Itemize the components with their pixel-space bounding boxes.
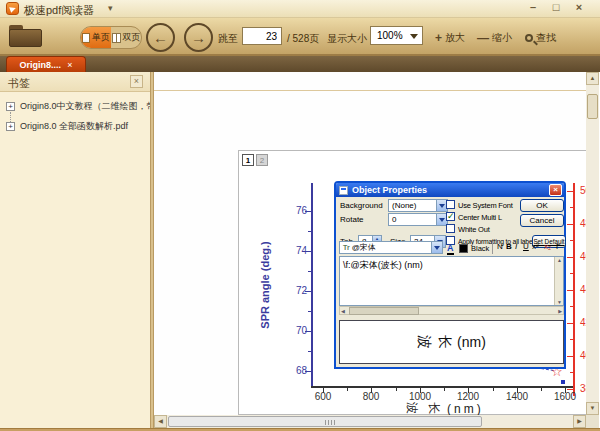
textarea-hscrollbar[interactable]: ◀ ▶: [339, 306, 564, 315]
cancel-button[interactable]: Cancel: [520, 214, 564, 227]
double-page-button[interactable]: 双页: [111, 27, 141, 48]
search-icon: [525, 34, 533, 42]
dialog-close-button[interactable]: ×: [549, 184, 562, 196]
y-axis-title: SPR angle (deg.): [259, 241, 271, 328]
origin-graph-window: 1 2: [238, 150, 588, 415]
hscroll-thumb[interactable]: [168, 416, 482, 427]
hscroll-thumb[interactable]: [349, 307, 419, 315]
tab-label: Origin8....: [20, 60, 62, 70]
bookmarks-title: 书签: [8, 76, 30, 91]
bookmark-tree: + Origin8.0中文教程（二维绘图，带 + Origin8.0 全部函数解…: [0, 96, 150, 136]
tab-origin8[interactable]: Origin8.... ×: [6, 56, 86, 72]
x-axis: [311, 386, 575, 388]
zoom-in-button[interactable]: + 放大: [435, 31, 465, 45]
toolbar: 单页 双页 ← → 跳至 / 528页 显示大小 100% + 放大 — 缩小: [0, 18, 600, 56]
page-edge-line: [154, 90, 586, 91]
single-page-icon: [82, 33, 90, 43]
horizontal-scrollbar[interactable]: ◀ ▶: [154, 415, 586, 428]
use-system-font-row: Use System Font: [446, 200, 513, 210]
scroll-left-icon[interactable]: ◀: [341, 307, 345, 315]
subscript-button[interactable]: x₂: [544, 242, 551, 251]
display-size-label: 显示大小: [327, 32, 367, 46]
app-logo-icon: [6, 2, 19, 15]
forward-button[interactable]: →: [184, 23, 213, 52]
background-label: Background: [340, 201, 383, 210]
dialog-titlebar[interactable]: Object Properties: [336, 183, 564, 197]
pdf-reader-window: 极速pdf阅读器 ▾ – □ × 单页 双页 ← → 跳至: [0, 0, 600, 431]
scroll-up-button[interactable]: ▲: [586, 72, 599, 85]
greek-button[interactable]: Γ: [556, 242, 560, 251]
sidebar-close-button[interactable]: ×: [130, 75, 143, 88]
center-multi-l-row: Center Multi L: [446, 212, 502, 222]
expand-icon[interactable]: +: [6, 122, 15, 131]
label-text-area[interactable]: \f:@宋体(波长) (nm) ▲ ▼: [339, 256, 564, 306]
back-button[interactable]: ←: [146, 23, 175, 52]
label-preview: 波 长 (nm): [339, 320, 564, 364]
document-viewer: 1 2: [154, 72, 586, 415]
app-title: 极速pdf阅读器: [24, 3, 94, 18]
bold-button[interactable]: B: [506, 242, 512, 251]
bookmark-item[interactable]: + Origin8.0 全部函数解析.pdf: [0, 116, 150, 136]
color-swatch[interactable]: [459, 244, 468, 253]
italic-button[interactable]: I: [515, 242, 517, 251]
jump-to-label: 跳至: [218, 32, 238, 46]
vertical-scrollbar[interactable]: ▲ ▼: [586, 72, 599, 415]
bookmarks-header: 书签 ×: [0, 72, 150, 92]
plus-icon: +: [435, 31, 442, 45]
normal-button[interactable]: N: [497, 242, 503, 251]
menu-caret-icon[interactable]: ▾: [108, 3, 113, 13]
scrollbar-corner: [586, 415, 599, 428]
layer-2-button[interactable]: 2: [256, 154, 268, 166]
superscript-button[interactable]: x²: [532, 242, 539, 251]
page-total-label: / 528页: [287, 32, 319, 46]
expand-icon[interactable]: +: [6, 102, 15, 111]
dialog-icon: [339, 186, 348, 195]
minimize-button[interactable]: –: [526, 1, 540, 13]
layer-1-button[interactable]: 1: [242, 154, 254, 166]
white-out-row: White Out: [446, 224, 490, 234]
background-select[interactable]: (None): [388, 199, 448, 212]
bookmarks-sidebar: 书签 × + Origin8.0中文教程（二维绘图，带 + Origin8.0 …: [0, 72, 150, 428]
chevron-down-icon: [410, 34, 418, 39]
tab-close-icon[interactable]: ×: [67, 60, 72, 70]
zoom-out-button[interactable]: — 缩小: [477, 31, 512, 45]
font-color-button[interactable]: A: [447, 243, 454, 255]
bookmark-item[interactable]: + Origin8.0中文教程（二维绘图，带: [0, 96, 150, 116]
white-out-checkbox[interactable]: [446, 224, 455, 233]
y-left-tick: 76: [277, 205, 307, 216]
rotate-select[interactable]: 0: [388, 213, 448, 226]
single-page-button[interactable]: 单页: [81, 27, 111, 48]
underline-button[interactable]: U: [523, 242, 529, 251]
scroll-down-icon[interactable]: ▼: [555, 299, 564, 305]
back-arrow-icon: ←: [153, 29, 168, 46]
scroll-right-button[interactable]: ▶: [573, 415, 586, 428]
rotate-label: Rotate: [340, 215, 364, 224]
truetype-icon: Tr: [343, 242, 352, 253]
x-tick: 600: [303, 391, 343, 402]
page-number-input[interactable]: [242, 27, 282, 45]
textarea-vscrollbar[interactable]: ▲ ▼: [554, 257, 563, 305]
minus-icon: —: [477, 31, 489, 45]
font-select[interactable]: Tr@宋体: [339, 241, 443, 254]
double-page-icon: [112, 33, 121, 43]
scroll-down-button[interactable]: ▼: [586, 402, 599, 415]
scroll-right-icon[interactable]: ▶: [558, 307, 562, 315]
vscroll-thumb[interactable]: [587, 94, 598, 119]
y-left-tick: 74: [277, 245, 307, 256]
y-left-tick: 70: [277, 325, 307, 336]
zoom-select[interactable]: 100%: [370, 26, 423, 45]
tab-bar: Origin8.... ×: [0, 56, 600, 72]
maximize-button[interactable]: □: [549, 1, 563, 13]
y-left-tick: 68: [277, 365, 307, 376]
open-file-button[interactable]: [9, 25, 42, 47]
page-mode-toggle: 单页 双页: [80, 26, 142, 49]
color-name: Black: [471, 244, 489, 253]
ok-button[interactable]: OK: [520, 199, 564, 212]
scroll-up-icon[interactable]: ▲: [555, 257, 564, 263]
use-system-font-checkbox[interactable]: [446, 200, 455, 209]
object-properties-dialog: Object Properties × Background (None) Ro…: [334, 181, 566, 369]
scroll-left-button[interactable]: ◀: [154, 415, 167, 428]
center-multi-l-checkbox[interactable]: [446, 212, 455, 221]
close-button[interactable]: ×: [572, 1, 586, 13]
search-button[interactable]: 查找: [525, 31, 556, 45]
